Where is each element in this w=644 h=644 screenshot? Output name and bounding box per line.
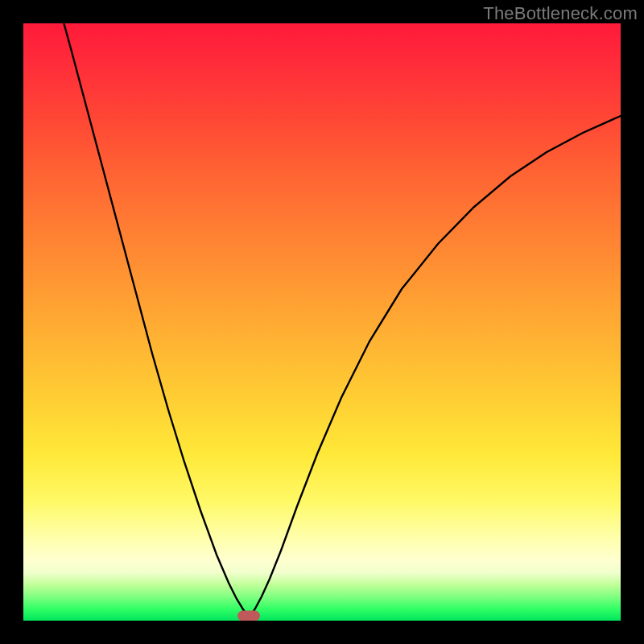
curve-svg — [23, 23, 621, 621]
plot-area — [23, 23, 621, 621]
bottleneck-curve — [63, 23, 621, 617]
optimal-marker — [237, 611, 260, 621]
watermark-text: TheBottleneck.com — [483, 3, 638, 24]
